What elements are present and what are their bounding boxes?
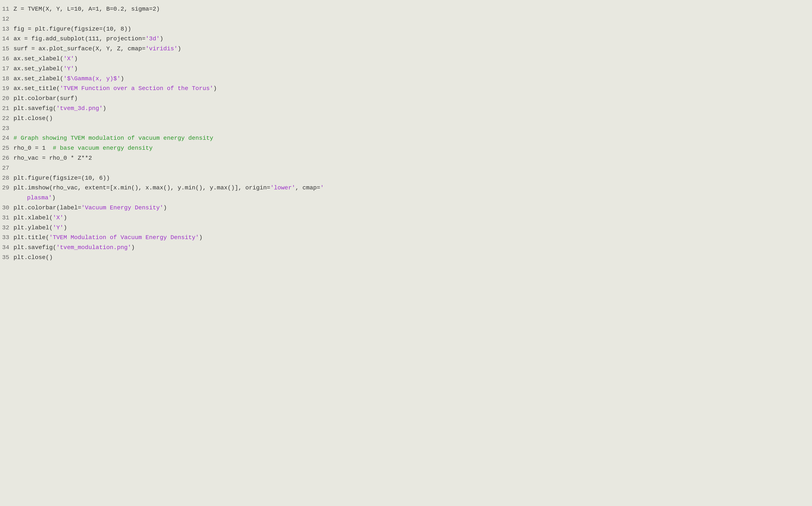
token: plt.close()	[14, 115, 53, 122]
token: )	[52, 194, 56, 201]
line-number: 34	[0, 243, 14, 252]
line-number: 27	[0, 164, 14, 173]
line-content: fig = plt.figure(figsize=(10, 8))	[14, 24, 812, 34]
line-row: 20plt.colorbar(surf)	[0, 94, 812, 104]
line-row: 11Z = TVEM(X, Y, L=10, A=1, B=0.2, sigma…	[0, 4, 812, 14]
token: 'Y'	[53, 225, 63, 231]
line-content: plt.colorbar(label='Vacuum Energy Densit…	[14, 203, 812, 213]
token: '3d'	[146, 35, 160, 42]
line-row: 19ax.set_title('TVEM Function over a Sec…	[0, 84, 812, 94]
line-row: 17ax.set_ylabel('Y')	[0, 64, 812, 74]
token: )	[163, 204, 167, 211]
line-row: 25rho_0 = 1 # base vacuum energy density	[0, 143, 812, 153]
line-content: plt.figure(figsize=(10, 6))	[14, 173, 812, 183]
token: plt.figure(figsize=(10, 6))	[14, 175, 110, 181]
token: )	[199, 234, 202, 241]
line-content	[14, 124, 812, 133]
line-row: 34plt.savefig('tvem_modulation.png')	[0, 243, 812, 253]
line-content: plt.savefig('tvem_modulation.png')	[14, 243, 812, 252]
line-content: # Graph showing TVEM modulation of vacuu…	[14, 134, 812, 143]
token: 'Vacuum Energy Density'	[81, 204, 163, 211]
line-row: 27	[0, 163, 812, 173]
token: # Graph showing TVEM modulation of vacuu…	[14, 135, 213, 142]
token: ax.set_title(	[14, 85, 60, 92]
token: plt.xlabel(	[14, 215, 53, 221]
line-row: 14ax = fig.add_subplot(111, projection='…	[0, 34, 812, 44]
line-row: 31plt.xlabel('X')	[0, 213, 812, 223]
line-row: 33plt.title('TVEM Modulation of Vacuum E…	[0, 233, 812, 243]
token: '	[320, 184, 324, 191]
token: plt.imshow(rho_vac, extent=[x.min(), x.m…	[14, 184, 270, 191]
line-row: 28plt.figure(figsize=(10, 6))	[0, 173, 812, 183]
token: plt.ylabel(	[14, 225, 53, 231]
line-number: 22	[0, 114, 14, 123]
token: )	[64, 225, 67, 231]
token: plt.colorbar(label=	[14, 204, 81, 211]
line-row: 12	[0, 14, 812, 24]
line-number: 26	[0, 154, 14, 163]
token: , cmap=	[295, 184, 320, 191]
line-content: plt.ylabel('Y')	[14, 223, 812, 233]
line-number: 11	[0, 4, 14, 14]
line-content: ax = fig.add_subplot(111, projection='3d…	[14, 34, 812, 44]
token: '$\Gamma(x, y)$'	[64, 75, 120, 82]
line-number: 14	[0, 34, 14, 44]
line-content: plt.colorbar(surf)	[14, 94, 812, 103]
token: ax.set_xlabel(	[14, 56, 64, 62]
line-row: 29plt.imshow(rho_vac, extent=[x.min(), x…	[0, 183, 812, 193]
token: )	[120, 75, 124, 82]
token: rho_vac = rho_0 * Z**2	[14, 155, 92, 161]
token: ax = fig.add_subplot(111, projection=	[14, 35, 146, 42]
line-number: 29	[0, 183, 14, 193]
line-number: 19	[0, 84, 14, 93]
token: 'X'	[53, 215, 63, 221]
token: ax.set_zlabel(	[14, 75, 64, 82]
line-row: 18ax.set_zlabel('$\Gamma(x, y)$')	[0, 74, 812, 84]
line-number: 31	[0, 213, 14, 223]
line-number: 16	[0, 54, 14, 64]
line-row: 30plt.colorbar(label='Vacuum Energy Dens…	[0, 203, 812, 213]
line-content: plt.imshow(rho_vac, extent=[x.min(), x.m…	[14, 183, 812, 193]
token: Z = TVEM(X, Y, L=10, A=1, B=0.2, sigma=2…	[14, 6, 160, 12]
line-row: 32plt.ylabel('Y')	[0, 223, 812, 233]
token: # base vacuum energy density	[53, 145, 153, 151]
line-content: plt.savefig('tvem_3d.png')	[14, 104, 812, 113]
line-number: 21	[0, 104, 14, 113]
line-content: plt.xlabel('X')	[14, 213, 812, 223]
token: fig = plt.figure(figsize=(10, 8))	[14, 26, 131, 32]
token: ax.set_ylabel(	[14, 65, 64, 72]
code-editor: 11Z = TVEM(X, Y, L=10, A=1, B=0.2, sigma…	[0, 0, 812, 506]
token: 'tvem_3d.png'	[56, 105, 102, 112]
line-content: Z = TVEM(X, Y, L=10, A=1, B=0.2, sigma=2…	[14, 4, 812, 14]
line-content: plt.close()	[14, 114, 812, 123]
line-row: 22plt.close()	[0, 113, 812, 123]
token: )	[178, 46, 181, 52]
line-number: 20	[0, 94, 14, 103]
line-content: plt.title('TVEM Modulation of Vacuum Ene…	[14, 233, 812, 243]
token: plt.savefig(	[14, 244, 57, 251]
line-row: 26rho_vac = rho_0 * Z**2	[0, 153, 812, 163]
token: 'Y'	[64, 65, 74, 72]
token: 'viridis'	[146, 46, 177, 52]
token: plt.savefig(	[14, 105, 57, 112]
line-content: rho_0 = 1 # base vacuum energy density	[14, 144, 812, 153]
line-content: rho_vac = rho_0 * Z**2	[14, 154, 812, 163]
line-content: plasma')	[13, 193, 812, 203]
line-content	[14, 14, 812, 24]
token: 'X'	[64, 56, 74, 62]
line-content	[14, 164, 812, 173]
token: rho_0 = 1	[14, 145, 53, 151]
line-row: 21plt.savefig('tvem_3d.png')	[0, 104, 812, 113]
token: plasma'	[13, 194, 52, 201]
line-number: 24	[0, 134, 14, 143]
token: plt.close()	[14, 254, 53, 261]
line-content: plt.close()	[14, 253, 812, 262]
line-number: 28	[0, 173, 14, 183]
token: 'TVEM Modulation of Vacuum Energy Densit…	[49, 234, 199, 241]
line-number: 32	[0, 223, 14, 233]
line-number: 23	[0, 124, 14, 133]
token: 'tvem_modulation.png'	[56, 244, 131, 251]
line-content: surf = ax.plot_surface(X, Y, Z, cmap='vi…	[14, 44, 812, 54]
line-number: 18	[0, 74, 14, 84]
line-number: 13	[0, 24, 14, 34]
